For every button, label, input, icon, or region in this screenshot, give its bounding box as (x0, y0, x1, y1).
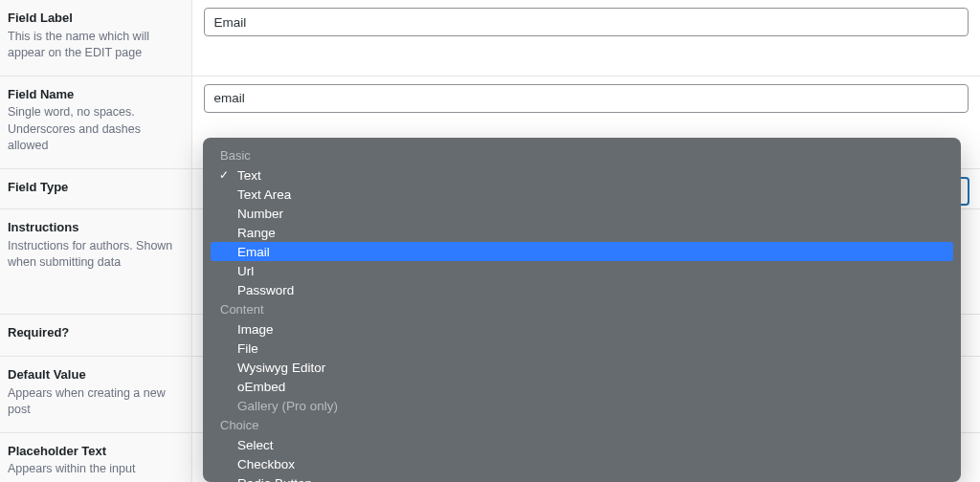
field-type-dropdown[interactable]: Basic✓TextText AreaNumberRangeEmailUrlPa… (203, 138, 961, 482)
dropdown-group-label: Content (207, 299, 957, 319)
default-value-label: Default Value Appears when creating a ne… (0, 357, 191, 433)
dropdown-option: Gallery (Pro only) (207, 396, 957, 415)
dropdown-option-label: Password (232, 283, 294, 297)
field-label-input[interactable] (204, 8, 969, 36)
label-desc: Instructions for authors. Shown when sub… (8, 238, 180, 272)
label-desc: This is the name which will appear on th… (8, 29, 180, 62)
dropdown-option-label: Email (232, 245, 270, 259)
dropdown-option-label: Image (232, 322, 274, 337)
field-label-label: Field Label This is the name which will … (0, 0, 191, 76)
dropdown-option[interactable]: Number (207, 204, 957, 223)
label-title: Placeholder Text (8, 443, 180, 460)
dropdown-option[interactable]: oEmbed (207, 377, 957, 396)
dropdown-option-label: Gallery (Pro only) (232, 399, 338, 413)
label-title: Field Type (8, 179, 180, 196)
dropdown-group-label: Choice (207, 415, 957, 435)
dropdown-option[interactable]: Image (207, 319, 957, 339)
instructions-label: Instructions Instructions for authors. S… (0, 209, 191, 315)
dropdown-option[interactable]: Radio Button (207, 473, 957, 482)
dropdown-option[interactable]: Wysiwyg Editor (207, 358, 957, 377)
label-title: Field Name (8, 86, 180, 103)
dropdown-option[interactable]: Range (207, 223, 957, 242)
placeholder-text-label: Placeholder Text Appears within the inpu… (0, 432, 191, 482)
dropdown-option[interactable]: ✓Text (207, 165, 957, 185)
dropdown-option[interactable]: Text Area (207, 185, 957, 204)
dropdown-option[interactable]: File (207, 339, 957, 358)
label-title: Instructions (8, 219, 180, 236)
label-title: Required? (8, 324, 180, 341)
dropdown-option-label: Wysiwyg Editor (232, 361, 325, 375)
label-desc: Appears when creating a new post (8, 385, 180, 419)
dropdown-option[interactable]: Email (211, 242, 953, 261)
dropdown-option[interactable]: Select (207, 435, 957, 454)
dropdown-group-label: Basic (207, 145, 957, 165)
dropdown-option-label: Number (232, 207, 283, 221)
dropdown-option-label: Radio Button (232, 476, 312, 483)
label-title: Field Label (8, 10, 180, 27)
field-type-label: Field Type (0, 168, 191, 209)
field-name-label: Field Name Single word, no spaces. Under… (0, 76, 191, 168)
dropdown-option-label: File (232, 341, 258, 356)
field-name-input[interactable] (204, 84, 969, 113)
dropdown-option-label: Url (232, 264, 254, 278)
dropdown-option[interactable]: Checkbox (207, 454, 957, 473)
dropdown-option-label: oEmbed (232, 380, 285, 394)
field-type-select-edge[interactable] (960, 177, 969, 206)
dropdown-option[interactable]: Password (207, 280, 957, 299)
dropdown-option-label: Text (232, 168, 261, 183)
dropdown-option[interactable]: Url (207, 261, 957, 280)
check-icon: ✓ (216, 168, 232, 182)
dropdown-option-label: Checkbox (232, 457, 295, 471)
label-desc: Appears within the input (8, 461, 180, 478)
dropdown-option-label: Select (232, 438, 274, 452)
label-title: Default Value (8, 366, 180, 383)
required-label: Required? (0, 315, 191, 357)
label-desc: Single word, no spaces. Underscores and … (8, 104, 180, 155)
dropdown-option-label: Range (232, 226, 276, 240)
dropdown-option-label: Text Area (232, 187, 291, 202)
